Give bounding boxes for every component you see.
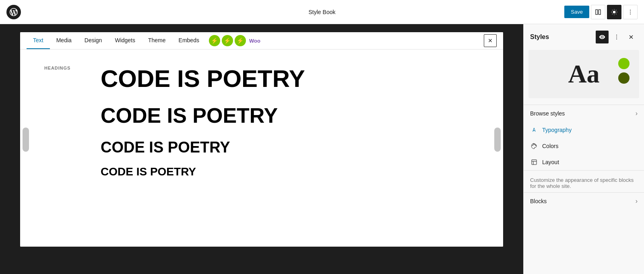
svg-line-10 — [616, 10, 616, 10]
page-title: Style Book — [309, 9, 336, 15]
dark-mode-button[interactable] — [607, 5, 621, 19]
layout-label: Layout — [542, 159, 559, 165]
plugin-bolt-icon-3[interactable]: ⚡ — [235, 35, 246, 46]
svg-point-11 — [630, 10, 631, 10]
style-preview-button[interactable] — [596, 31, 609, 43]
heading-1: CODE IS POETRY — [101, 66, 479, 92]
blocks-chevron: › — [636, 198, 638, 205]
tab-media[interactable]: Media — [50, 32, 78, 49]
heading-3: CODE IS POETRY — [101, 139, 479, 156]
browse-styles-row[interactable]: Browse styles › — [524, 105, 644, 122]
stylebook-close-button[interactable]: × — [484, 34, 497, 47]
sidebar-title: Styles — [530, 33, 549, 41]
top-bar: Style Book Save — [0, 0, 644, 24]
sidebar-header: Styles — [524, 24, 644, 47]
headings-label: HEADINGS — [44, 66, 70, 70]
heading-4: CODE IS POETRY — [101, 166, 479, 178]
blocks-row[interactable]: Blocks › — [524, 192, 644, 210]
heading-2: CODE IS POETRY — [101, 104, 479, 127]
plugin-bolt-icon-1[interactable]: ⚡ — [209, 35, 220, 46]
sidebar-header-icons — [596, 31, 638, 43]
color-dot-primary — [618, 58, 630, 69]
sidebar-more-button[interactable] — [610, 31, 623, 43]
tab-embeds[interactable]: Embeds — [172, 32, 206, 49]
color-dot-secondary — [618, 72, 630, 84]
svg-point-16 — [616, 39, 617, 39]
svg-line-6 — [616, 14, 616, 14]
svg-point-14 — [616, 35, 617, 35]
svg-point-12 — [630, 12, 631, 12]
stylebook-panel: Text Media Design Widgets Theme Embeds ⚡… — [20, 32, 503, 247]
view-toggle-button[interactable] — [591, 5, 605, 19]
colors-option-row[interactable]: Colors — [524, 138, 644, 154]
preview-typography: Aa — [568, 59, 599, 89]
tab-text[interactable]: Text — [27, 32, 50, 49]
customize-description: Customize the appearance of specific blo… — [524, 170, 644, 192]
tab-plugin-icons: ⚡ ⚡ ⚡ Woo — [209, 35, 262, 46]
plugin-bolt-icon-2[interactable]: ⚡ — [222, 35, 233, 46]
tab-design[interactable]: Design — [78, 32, 109, 49]
more-options-button[interactable] — [623, 5, 638, 19]
colors-icon — [530, 142, 538, 150]
tab-theme[interactable]: Theme — [142, 32, 172, 49]
save-button[interactable]: Save — [564, 6, 589, 18]
svg-line-5 — [612, 10, 613, 10]
svg-rect-0 — [596, 10, 598, 14]
canvas-area: Text Media Design Widgets Theme Embeds ⚡… — [0, 24, 523, 274]
top-bar-actions: Save — [564, 5, 638, 19]
style-preview-card[interactable]: Aa — [528, 50, 639, 98]
top-bar-left — [6, 5, 21, 19]
stylebook-content: HEADINGS CODE IS POETRY CODE IS POETRY C… — [20, 49, 503, 247]
blocks-label: Blocks — [530, 198, 547, 204]
layout-icon — [530, 158, 538, 166]
svg-rect-1 — [599, 10, 601, 14]
browse-styles-chevron: › — [636, 110, 638, 117]
colors-label: Colors — [542, 143, 558, 149]
svg-line-9 — [612, 14, 613, 14]
svg-rect-19 — [532, 160, 537, 165]
layout-option-row[interactable]: Layout — [524, 154, 644, 170]
stylebook-tabs: Text Media Design Widgets Theme Embeds ⚡… — [20, 32, 503, 49]
preview-color-dots — [618, 58, 630, 84]
svg-point-15 — [616, 37, 617, 37]
typography-label: Typography — [542, 127, 572, 133]
svg-point-2 — [613, 10, 616, 13]
typography-icon — [530, 126, 538, 134]
sidebar-close-button[interactable] — [625, 31, 638, 43]
main-area: Text Media Design Widgets Theme Embeds ⚡… — [0, 24, 644, 274]
scroll-handle-left — [23, 128, 29, 152]
styles-sidebar: Styles — [523, 24, 644, 274]
scroll-handle-right — [494, 128, 501, 152]
typography-option-row[interactable]: Typography — [524, 122, 644, 138]
tab-widgets[interactable]: Widgets — [108, 32, 142, 49]
wordpress-logo[interactable] — [6, 5, 21, 19]
svg-point-13 — [630, 13, 631, 14]
browse-styles-label: Browse styles — [530, 110, 565, 117]
woocommerce-icon[interactable]: Woo — [248, 35, 262, 46]
